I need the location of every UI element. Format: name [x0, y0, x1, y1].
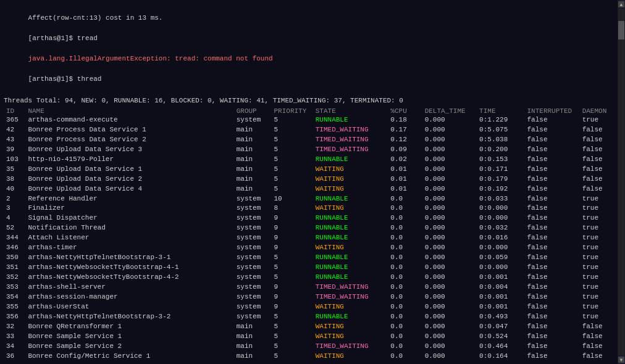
cell-interrupted: false — [524, 135, 579, 145]
table-row: 3 Finalizer system 8 WAITING 0.0 0.000 0… — [4, 204, 614, 213]
scrollbar[interactable]: ▲ ▼ — [618, 0, 625, 364]
line3: java.lang.IllegalArgumentException: trea… — [28, 55, 273, 62]
cell-cpu: 0.09 — [388, 145, 422, 155]
cell-state: TIMED_WAITING — [313, 283, 388, 292]
cell-time: 0:1.229 — [477, 115, 524, 125]
cell-daemon: true — [580, 302, 614, 312]
cell-group: system — [234, 194, 272, 204]
cell-priority: 9 — [272, 223, 313, 233]
table-row: 352 arthas-NettyWebsocketTtyBootstrap-4-… — [4, 273, 614, 283]
cell-time: 0:0.033 — [477, 194, 524, 204]
table-row: 350 arthas-NettyHttpTelnetBootstrap-3-1 … — [4, 253, 614, 263]
scrollbar-down-button[interactable]: ▼ — [618, 357, 624, 363]
cell-name: Bonree Upload Data Service 3 — [25, 145, 233, 155]
cell-priority: 5 — [272, 273, 313, 283]
cell-name: arthas-NettyHttpTelnetBootstrap-3-2 — [25, 312, 233, 322]
cell-priority: 8 — [272, 204, 313, 213]
cell-delta: 0.000 — [422, 352, 477, 362]
cell-interrupted: false — [524, 194, 579, 204]
cell-priority: 5 — [272, 342, 313, 352]
table-row: 344 Attach Listener system 9 RUNNABLE 0.… — [4, 233, 614, 243]
cell-name: http-nio-41579-Poller — [25, 155, 233, 165]
scrollbar-thumb-area — [618, 9, 624, 355]
table-row: 4 Signal Dispatcher system 9 RUNNABLE 0.… — [4, 213, 614, 223]
cell-priority: 5 — [272, 312, 313, 322]
cell-name: Bonree Sample Service 2 — [25, 342, 233, 352]
table-row: 2 Reference Handler system 10 RUNNABLE 0… — [4, 194, 614, 204]
cell-state: RUNNABLE — [313, 263, 388, 273]
cell-time: 0:0.493 — [477, 312, 524, 322]
cell-state: WAITING — [313, 302, 388, 312]
thread-table-container: ID NAME GROUP PRIORITY STATE %CPU DELTA_… — [4, 107, 614, 362]
cell-daemon: false — [580, 184, 614, 194]
cell-cpu: 0.17 — [388, 125, 422, 135]
cell-priority: 5 — [272, 155, 313, 165]
table-row: 38 Bonree Upload Data Service 2 main 5 W… — [4, 175, 614, 184]
cell-cpu: 0.01 — [388, 184, 422, 194]
cell-delta: 0.000 — [422, 175, 477, 184]
cell-interrupted: false — [524, 273, 579, 283]
cell-state: RUNNABLE — [313, 223, 388, 233]
cell-priority: 9 — [272, 213, 313, 223]
col-header-id: ID — [4, 107, 25, 115]
cell-state: TIMED_WAITING — [313, 125, 388, 135]
terminal-window: Affect(row-cnt:13) cost in 13 ms. [artha… — [0, 0, 618, 364]
cell-state: RUNNABLE — [313, 213, 388, 223]
cell-group: main — [234, 332, 272, 342]
scrollbar-thumb[interactable] — [618, 21, 624, 39]
cell-interrupted: false — [524, 322, 579, 332]
cell-id: 37 — [4, 361, 25, 362]
cell-group: system — [234, 302, 272, 312]
scrollbar-up-button[interactable]: ▲ — [618, 1, 624, 7]
cell-priority: 5 — [272, 322, 313, 332]
cell-priority: 5 — [272, 253, 313, 263]
cell-state: WAITING — [313, 332, 388, 342]
cell-delta: 0.000 — [422, 342, 477, 352]
cell-cpu: 0.0 — [388, 194, 422, 204]
cell-id: 32 — [4, 322, 25, 332]
cell-interrupted: false — [524, 145, 579, 155]
cell-name: arthas-command-execute — [25, 115, 233, 125]
table-row: 33 Bonree Sample Service 1 main 5 WAITIN… — [4, 332, 614, 342]
cell-name: Bonree Config/Metric Service 1 — [25, 352, 233, 362]
cell-id: 4 — [4, 213, 25, 223]
cell-id: 38 — [4, 175, 25, 184]
col-header-cpu: %CPU — [388, 107, 422, 115]
cell-time: 0:0.200 — [477, 145, 524, 155]
thread-table: ID NAME GROUP PRIORITY STATE %CPU DELTA_… — [4, 107, 614, 362]
cell-cpu: 0.0 — [388, 342, 422, 352]
cell-name: arthas-NettyWebsocketTtyBootstrap-4-2 — [25, 273, 233, 283]
cell-daemon: true — [580, 243, 614, 253]
cell-cpu: 0.0 — [388, 292, 422, 302]
cell-time: 0:0.192 — [477, 184, 524, 194]
cell-interrupted: false — [524, 302, 579, 312]
col-header-daemon: DAEMON — [580, 107, 614, 115]
cell-name: arthas-NettyWebsocketTtyBootstrap-4-1 — [25, 263, 233, 273]
cell-cpu: 0.0 — [388, 302, 422, 312]
cell-daemon: false — [580, 332, 614, 342]
cell-state: RUNNABLE — [313, 115, 388, 125]
table-row: 37 Bonree Config/Metric Service 2 main 5… — [4, 361, 614, 362]
cell-interrupted: false — [524, 332, 579, 342]
cell-time: 0:0.001 — [477, 273, 524, 283]
cell-daemon: true — [580, 213, 614, 223]
cell-priority: 5 — [272, 361, 313, 362]
cell-daemon: true — [580, 292, 614, 302]
cell-priority: 9 — [272, 233, 313, 243]
cell-delta: 0.000 — [422, 312, 477, 322]
cell-name: arthas-NettyHttpTelnetBootstrap-3-1 — [25, 253, 233, 263]
cell-name: Signal Dispatcher — [25, 213, 233, 223]
cell-interrupted: false — [524, 312, 579, 322]
cell-time: 0:0.000 — [477, 263, 524, 273]
col-header-name: NAME — [25, 107, 233, 115]
cell-state: TIMED_WAITING — [313, 292, 388, 302]
cell-cpu: 0.0 — [388, 223, 422, 233]
cell-priority: 5 — [272, 145, 313, 155]
cell-state: WAITING — [313, 243, 388, 253]
cell-daemon: true — [580, 194, 614, 204]
cell-delta: 0.000 — [422, 125, 477, 135]
cell-interrupted: false — [524, 253, 579, 263]
col-header-interrupted: INTERRUPTED — [524, 107, 579, 115]
col-header-group: GROUP — [234, 107, 272, 115]
cell-group: system — [234, 243, 272, 253]
